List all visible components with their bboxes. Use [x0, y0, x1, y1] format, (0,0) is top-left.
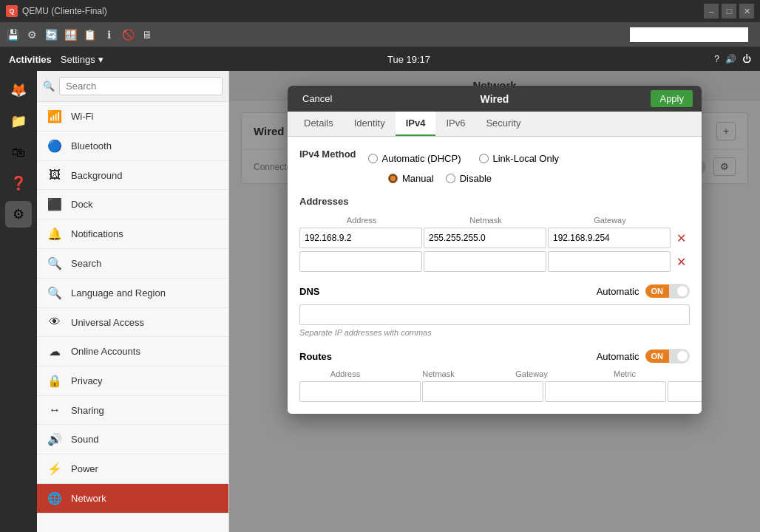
settings-sidebar: 🔍 📶 Wi-Fi 🔵 Bluetooth 🖼 Background ⬛ Doc… — [37, 71, 229, 532]
toolbar-icon-3[interactable]: 🔄 — [43, 27, 59, 43]
universal-icon: 👁 — [47, 316, 62, 329]
method-auto-dhcp-radio[interactable] — [368, 154, 378, 163]
route-gateway-input[interactable] — [545, 381, 666, 402]
addresses-title: Addresses — [299, 196, 690, 207]
toolbar-icon-6[interactable]: ℹ — [101, 27, 117, 43]
activities-button[interactable]: Activities — [9, 54, 52, 65]
sidebar-item-label-dock: Dock — [71, 199, 93, 210]
clock: Tue 19:17 — [104, 54, 715, 65]
content-area: Network Wired + Connected ON ⚙ — [229, 71, 760, 532]
apply-button[interactable]: Apply — [651, 90, 693, 107]
sidebar-item-online-accounts[interactable]: ☁ Online Accounts — [37, 337, 228, 366]
dns-hint: Separate IP addresses with commas — [299, 328, 690, 337]
sidebar-item-language[interactable]: 🔍 Language and Region — [37, 279, 228, 308]
modal-titlebar: Cancel Wired Apply — [288, 86, 702, 112]
toolbar-icon-2[interactable]: ⚙ — [24, 27, 40, 43]
tab-identity[interactable]: Identity — [344, 112, 396, 136]
toolbar-icon-4[interactable]: 🪟 — [62, 27, 78, 43]
tab-details[interactable]: Details — [294, 112, 344, 136]
software-icon[interactable]: 🛍 — [5, 139, 32, 166]
route-metric-input[interactable] — [668, 381, 702, 402]
sidebar-item-wifi[interactable]: 📶 Wi-Fi — [37, 102, 228, 132]
sidebar-item-privacy[interactable]: 🔒 Privacy — [37, 366, 228, 396]
sidebar-item-background[interactable]: 🖼 Background — [37, 161, 228, 190]
remove-address-1-button[interactable]: ✕ — [672, 231, 690, 245]
sidebar-item-universal[interactable]: 👁 Universal Access — [37, 308, 228, 337]
method-auto-dhcp[interactable]: Automatic (DHCP) — [368, 153, 461, 164]
dns-input[interactable] — [299, 304, 690, 325]
settings-menu-arrow: ▾ — [98, 54, 104, 65]
sidebar-item-label-notifications: Notifications — [71, 228, 123, 239]
method-link-local-radio[interactable] — [479, 154, 489, 163]
sidebar-item-sharing[interactable]: ↔ Sharing — [37, 396, 228, 425]
settings-app-icon[interactable]: ⚙ — [5, 201, 32, 228]
method-link-local-label: Link-Local Only — [493, 153, 560, 164]
method-manual-label: Manual — [402, 173, 434, 184]
tab-security[interactable]: Security — [475, 112, 531, 136]
toolbar-icon-5[interactable]: 📋 — [81, 27, 98, 43]
app-icon: Q — [6, 5, 18, 17]
method-disable[interactable]: Disable — [446, 173, 492, 184]
sidebar-item-notifications[interactable]: 🔔 Notifications — [37, 219, 228, 249]
firefox-icon[interactable]: 🦊 — [5, 77, 32, 103]
cancel-button[interactable]: Cancel — [296, 90, 338, 107]
sidebar-item-bluetooth[interactable]: 🔵 Bluetooth — [37, 132, 228, 161]
routes-col-metric: Metric — [579, 369, 671, 378]
toolbar-icon-1[interactable]: 💾 — [4, 27, 21, 43]
netmask-input-2[interactable] — [424, 251, 546, 272]
volume-icon[interactable]: 🔊 — [725, 54, 736, 64]
sidebar-item-power[interactable]: ⚡ Power — [37, 454, 228, 484]
sidebar-item-sound[interactable]: 🔊 Sound — [37, 425, 228, 454]
gateway-input-1[interactable] — [548, 228, 671, 248]
remove-address-2-button[interactable]: ✕ — [672, 255, 690, 269]
tab-ipv6[interactable]: IPv6 — [435, 112, 475, 136]
power-icon[interactable]: ⏻ — [742, 54, 751, 64]
netmask-input-1[interactable] — [424, 228, 546, 248]
method-link-local[interactable]: Link-Local Only — [479, 153, 560, 164]
sidebar-item-network[interactable]: 🌐 Network — [37, 484, 228, 514]
dns-toggle[interactable]: ON — [645, 284, 691, 299]
sidebar-item-label-search: Search — [71, 258, 101, 269]
sidebar-item-search[interactable]: 🔍 Search — [37, 249, 228, 279]
dns-title: DNS — [299, 286, 319, 297]
notifications-icon: 🔔 — [47, 227, 62, 241]
help-icon[interactable]: ? — [714, 54, 719, 64]
method-disable-radio[interactable] — [446, 174, 455, 183]
minimize-button[interactable]: – — [704, 4, 719, 18]
method-manual-radio[interactable] — [388, 174, 398, 183]
title-bar: Q QEMU (Cliente-Final) – □ ✕ — [0, 0, 760, 22]
routes-toggle-on-label: ON — [645, 349, 670, 363]
toolbar-icon-7[interactable]: 🚫 — [120, 27, 136, 43]
vm-toolbar: 💾 ⚙ 🔄 🪟 📋 ℹ 🚫 🖥 — [0, 22, 760, 47]
window-controls: – □ ✕ — [704, 4, 754, 18]
routes-toggle[interactable]: ON — [645, 349, 691, 364]
tab-ipv4[interactable]: IPv4 — [396, 112, 436, 136]
col-header-address: Address — [299, 216, 424, 225]
route-address-input[interactable] — [299, 381, 421, 402]
sidebar-item-label-language: Language and Region — [71, 287, 166, 299]
sidebar-item-label-bluetooth: Bluetooth — [71, 140, 112, 151]
address-input-1[interactable] — [299, 228, 422, 248]
help-app-icon[interactable]: ❓ — [5, 170, 32, 197]
files-icon[interactable]: 📁 — [5, 108, 32, 134]
sidebar-search-bar: 🔍 — [37, 71, 228, 102]
dns-section: DNS Automatic ON Separate IP addresses w… — [299, 284, 690, 337]
app-sidebar: 🦊 📁 🛍 ❓ ⚙ — [0, 71, 37, 532]
method-manual[interactable]: Manual — [388, 173, 434, 184]
address-input-2[interactable] — [299, 251, 422, 272]
gateway-input-2[interactable] — [548, 251, 671, 272]
vm-search-input[interactable] — [630, 27, 748, 42]
toolbar-icon-8[interactable]: 🖥 — [139, 27, 155, 43]
settings-menu[interactable]: Settings ▾ — [61, 54, 104, 65]
dns-toggle-slider[interactable] — [669, 284, 690, 299]
routes-toggle-slider[interactable] — [669, 349, 690, 364]
col-header-netmask: Netmask — [424, 216, 548, 225]
sidebar-search-input[interactable] — [59, 77, 223, 95]
addresses-section: Addresses Address Netmask Gateway ✕ — [299, 196, 690, 272]
sidebar-item-label-privacy: Privacy — [71, 375, 103, 386]
dns-toggle-on-label: ON — [645, 284, 670, 298]
close-button[interactable]: ✕ — [739, 4, 754, 18]
sidebar-item-dock[interactable]: ⬛ Dock — [37, 190, 228, 219]
route-netmask-input[interactable] — [422, 381, 543, 402]
maximize-button[interactable]: □ — [722, 4, 736, 18]
